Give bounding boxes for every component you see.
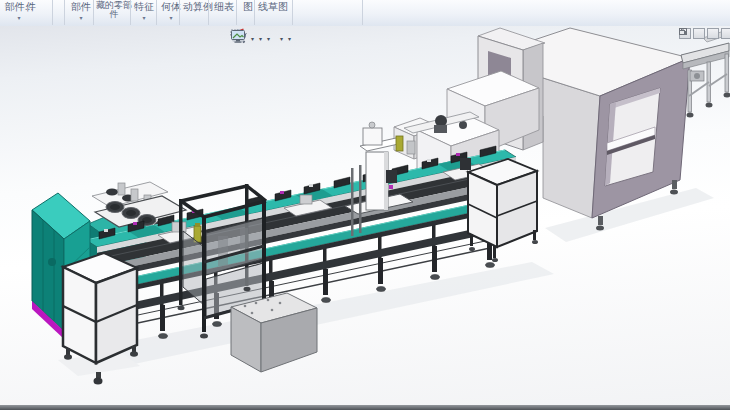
chevron-down-icon: ▾ (259, 36, 262, 42)
dropdown-arrow-icon: ▾ (2, 15, 36, 21)
toolbar-item-show-hidden-components[interactable]: 藏的零部件 (96, 1, 132, 18)
restore-icon (679, 28, 687, 35)
toolbar-divider (93, 0, 94, 25)
status-bar (0, 405, 730, 410)
toolbar-item-fasteners[interactable]: 件 (24, 2, 38, 12)
edit-appearance-button[interactable] (274, 38, 276, 40)
toolbar-divider (64, 0, 65, 25)
solidworks-window: 部件... ▾ 件 部件 ▾ 藏的零部件 特征 ▾ 何体 ▾ 动算例 细表 图 (0, 0, 730, 410)
toolbar-divider (362, 0, 363, 25)
graphics-viewport[interactable]: ▾ ▾ ▾ ▾ ▾ (0, 26, 730, 405)
chevron-down-icon: ▾ (251, 36, 254, 42)
hide-show-items-button[interactable]: ▾ (266, 35, 271, 43)
chevron-down-icon: ▾ (280, 36, 283, 42)
assembly-model-canvas[interactable] (0, 26, 730, 405)
minimize-window-button[interactable] (707, 28, 719, 39)
heads-up-view-toolbar: ▾ ▾ ▾ ▾ ▾ (230, 28, 292, 49)
split-window-button[interactable] (693, 28, 705, 39)
caster-wheel (94, 378, 103, 385)
toolbar-item-bill-of-materials[interactable]: 细表 (211, 2, 237, 12)
toolbar-divider (254, 0, 255, 25)
toolbar-item-motion-study[interactable]: 动算例 (181, 2, 215, 12)
toolbar-item-move-component[interactable]: 部件 ▾ (68, 2, 94, 21)
toolbar-divider (179, 0, 180, 25)
toolbar-item-explode-line-sketch[interactable]: 线草图 (256, 2, 290, 12)
toolbar-divider (52, 0, 53, 25)
station-cabinet[interactable] (468, 159, 538, 262)
dropdown-arrow-icon: ▾ (132, 15, 156, 21)
chevron-down-icon: ▾ (288, 36, 291, 42)
view-settings-icon (230, 28, 246, 44)
toolbar-divider (130, 0, 131, 25)
view-settings-button[interactable]: ▾ (287, 35, 292, 43)
view-orientation-button[interactable]: ▾ (250, 35, 255, 43)
exit-conveyor[interactable] (681, 31, 730, 118)
toolbar-divider (292, 0, 293, 25)
toolbar-item-assembly-features[interactable]: 特征 ▾ (132, 2, 156, 21)
command-manager-toolbar: 部件... ▾ 件 部件 ▾ 藏的零部件 特征 ▾ 何体 ▾ 动算例 细表 图 (0, 0, 730, 27)
document-window-controls (679, 28, 730, 39)
toolbar-divider (156, 0, 157, 25)
restore-window-button[interactable] (721, 28, 730, 39)
toolbar-divider (208, 0, 209, 25)
floor-control-box[interactable] (231, 293, 317, 372)
dropdown-arrow-icon: ▾ (68, 15, 94, 21)
apply-scene-button[interactable]: ▾ (279, 35, 284, 43)
display-style-button[interactable]: ▾ (258, 35, 263, 43)
olive-cylinder (396, 136, 403, 151)
toolbar-divider (236, 0, 237, 25)
chevron-down-icon: ▾ (267, 36, 270, 42)
